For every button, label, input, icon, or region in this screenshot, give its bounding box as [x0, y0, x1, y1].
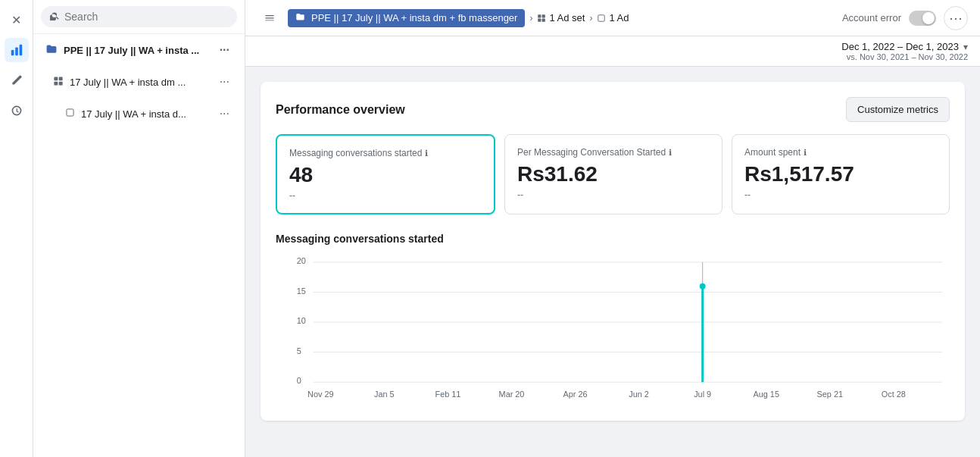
breadcrumb-ad-label: 1 Ad	[609, 12, 629, 23]
toggle-wrap[interactable]	[909, 11, 936, 26]
performance-title: Performance overview	[276, 103, 405, 117]
search-input-wrap[interactable]	[41, 6, 237, 27]
folder-icon	[45, 43, 58, 58]
metric-compare-1: --	[517, 189, 710, 200]
metric-compare-2: --	[744, 189, 937, 200]
metric-label-0: Messaging conversations started ℹ	[289, 148, 482, 158]
sidebar-item-adset[interactable]: 17 July || WA + insta dm ... ···	[38, 67, 240, 96]
svg-rect-4	[59, 77, 63, 80]
metric-value-0: 48	[289, 163, 482, 187]
ad-icon	[65, 108, 75, 120]
svg-text:5: 5	[297, 346, 301, 355]
svg-text:Jul 9: Jul 9	[694, 390, 711, 399]
metric-card-0[interactable]: Messaging conversations started ℹ 48 --	[276, 134, 495, 214]
svg-text:Sep 21: Sep 21	[817, 390, 843, 399]
collapse-sidebar-btn[interactable]	[257, 6, 282, 30]
performance-header: Performance overview Customize metrics	[276, 97, 950, 122]
more-options-btn[interactable]: ⋯	[944, 6, 968, 30]
svg-text:Oct 28: Oct 28	[882, 390, 906, 399]
performance-card: Performance overview Customize metrics M…	[261, 82, 965, 421]
chart-area: 20 15 10 5 0 Nov 29 Ja	[276, 254, 950, 405]
svg-rect-12	[598, 14, 604, 20]
svg-text:Jan 5: Jan 5	[374, 390, 395, 399]
svg-rect-7	[67, 109, 73, 116]
chart-section: Messaging conversations started 20 15 10…	[276, 233, 950, 405]
topbar-right: Account error ⋯	[842, 6, 968, 30]
svg-point-35	[700, 283, 706, 290]
metric-info-icon-2[interactable]: ℹ	[804, 148, 807, 158]
search-bar	[33, 0, 245, 34]
metric-value-1: Rs31.62	[517, 162, 710, 186]
history-icon-btn[interactable]	[5, 99, 29, 123]
ad-more-btn[interactable]: ···	[217, 105, 233, 122]
chart-svg: 20 15 10 5 0 Nov 29 Ja	[276, 254, 950, 405]
svg-rect-8	[538, 14, 541, 17]
metric-value-2: Rs1,517.57	[744, 162, 937, 186]
metrics-row: Messaging conversations started ℹ 48 -- …	[276, 134, 950, 214]
date-range-compare: vs. Nov 30, 2021 – Nov 30, 2022	[847, 52, 968, 61]
svg-text:15: 15	[297, 286, 306, 296]
breadcrumb-sep-1: ›	[529, 13, 532, 23]
topbar: PPE || 17 July || WA + insta dm + fb mas…	[245, 0, 980, 36]
campaign-label: PPE || 17 July || WA + insta ...	[64, 45, 211, 56]
metric-info-icon-1[interactable]: ℹ	[669, 148, 672, 158]
breadcrumb-folder-icon	[295, 12, 305, 24]
breadcrumb-campaign-label: PPE || 17 July || WA + insta dm + fb mas…	[311, 12, 517, 23]
date-chevron-icon: ▾	[963, 42, 968, 52]
svg-rect-11	[542, 18, 545, 21]
svg-rect-10	[538, 18, 541, 21]
close-icon-btn[interactable]: ✕	[5, 8, 29, 32]
svg-text:Nov 29: Nov 29	[307, 390, 333, 399]
content-area: Performance overview Customize metrics M…	[245, 67, 980, 457]
ad-label: 17 July || WA + insta d...	[81, 108, 211, 120]
search-input[interactable]	[64, 11, 228, 23]
date-range-main: Dec 1, 2022 – Dec 1, 2023	[841, 41, 959, 52]
sidebar: PPE || 17 July || WA + insta ... ··· 17 …	[33, 0, 245, 457]
sidebar-item-campaign[interactable]: PPE || 17 July || WA + insta ... ···	[38, 36, 240, 64]
main-content: PPE || 17 July || WA + insta dm + fb mas…	[245, 0, 980, 457]
svg-text:Aug 15: Aug 15	[754, 390, 779, 399]
metric-label-2: Amount spent ℹ	[744, 147, 937, 158]
adset-more-btn[interactable]: ···	[217, 74, 233, 90]
svg-text:20: 20	[297, 256, 306, 265]
svg-rect-6	[59, 81, 63, 85]
account-error-label: Account error	[842, 12, 901, 23]
edit-icon-btn[interactable]	[5, 68, 29, 92]
account-toggle[interactable]	[909, 11, 936, 26]
metric-label-1: Per Messaging Conversation Started ℹ	[517, 147, 710, 158]
svg-text:Mar 20: Mar 20	[499, 390, 525, 399]
svg-text:Feb 11: Feb 11	[435, 390, 461, 399]
svg-rect-2	[19, 45, 22, 55]
metric-info-icon-0[interactable]: ℹ	[425, 149, 428, 158]
breadcrumb-adset-label: 1 Ad set	[549, 12, 585, 23]
svg-rect-0	[11, 50, 14, 55]
metric-card-2[interactable]: Amount spent ℹ Rs1,517.57 --	[732, 134, 950, 214]
svg-text:Apr 26: Apr 26	[563, 390, 588, 399]
svg-text:0: 0	[297, 376, 301, 385]
svg-rect-3	[54, 77, 58, 80]
chart-title: Messaging conversations started	[276, 233, 950, 245]
sidebar-item-ad[interactable]: 17 July || WA + insta d... ···	[38, 99, 240, 128]
adset-label: 17 July || WA + insta dm ...	[70, 77, 211, 88]
breadcrumb: PPE || 17 July || WA + insta dm + fb mas…	[288, 9, 836, 27]
svg-rect-1	[15, 47, 18, 55]
breadcrumb-adset[interactable]: 1 Ad set	[537, 12, 585, 23]
svg-rect-9	[542, 14, 545, 17]
adset-icon	[53, 76, 64, 89]
svg-text:Jun 2: Jun 2	[629, 390, 649, 399]
date-range-picker[interactable]: Dec 1, 2022 – Dec 1, 2023 ▾ vs. Nov 30, …	[841, 41, 968, 61]
breadcrumb-campaign[interactable]: PPE || 17 July || WA + insta dm + fb mas…	[288, 9, 525, 27]
metric-compare-0: --	[289, 190, 482, 201]
chart-icon-btn[interactable]	[5, 38, 29, 62]
svg-rect-5	[54, 81, 58, 85]
svg-text:10: 10	[297, 316, 306, 325]
campaign-more-btn[interactable]: ···	[217, 42, 233, 58]
metric-card-1[interactable]: Per Messaging Conversation Started ℹ Rs3…	[504, 134, 723, 214]
search-icon	[50, 11, 60, 23]
customize-metrics-btn[interactable]: Customize metrics	[846, 97, 950, 122]
toggle-knob	[922, 12, 935, 24]
breadcrumb-sep-2: ›	[589, 13, 592, 23]
icon-bar: ✕	[0, 0, 33, 457]
date-bar: Dec 1, 2022 – Dec 1, 2023 ▾ vs. Nov 30, …	[245, 36, 980, 67]
breadcrumb-ad[interactable]: 1 Ad	[597, 12, 629, 23]
